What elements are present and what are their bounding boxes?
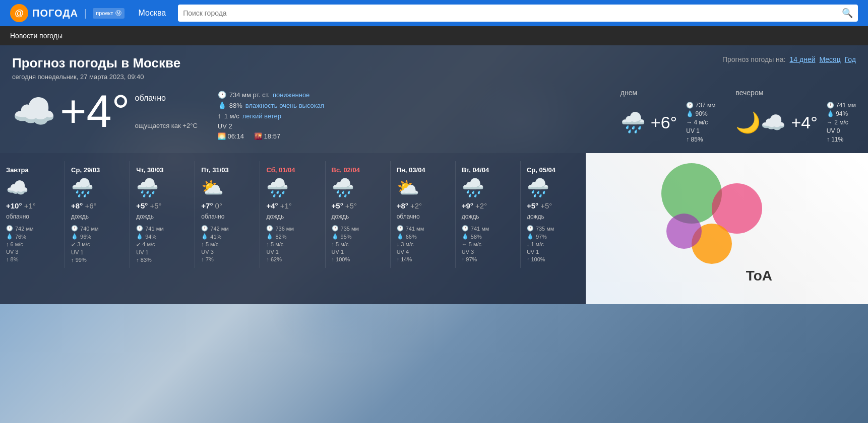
fc-condition: облачно [201, 213, 254, 220]
day-evening: днем 🌧️ +6° 🕐 737 мм 💧 90% → 4 м/с UV 1 … [621, 89, 856, 143]
fc-humidity-icon: 💧 [332, 233, 339, 240]
fc-condition: дождь [266, 213, 319, 220]
daytime-precip: ↑ 85% [686, 136, 715, 143]
fc-icon: 🌧️ [136, 177, 189, 198]
fc-humidity-icon: 💧 [266, 233, 273, 240]
fc-humidity-icon: 💧 [71, 233, 78, 240]
fc-details: 🕐 742 мм 💧 41% ↑ 5 м/с UV 3 ↑ 7% [201, 225, 254, 262]
fc-precip-row: ↑ 99% [71, 257, 123, 263]
fc-wind-row: ↑ 5 м/с [201, 241, 254, 247]
forecast-day-3[interactable]: Пт, 31/03 ⛅ +7° 0° облачно 🕐 742 мм 💧 41… [195, 161, 260, 268]
evening-wind: → 2 м/с [827, 119, 856, 126]
fc-condition: дождь [462, 213, 514, 220]
humidity-icon: 💧 [218, 101, 226, 109]
fc-humidity-icon: 💧 [527, 233, 534, 240]
fc-humidity-row: 💧 66% [397, 233, 449, 240]
fc-humidity-row: 💧 95% [332, 233, 384, 240]
fc-pressure-icon: 🕐 [201, 225, 208, 232]
news-bar-label: Новости погоды [10, 32, 63, 40]
fc-humidity-icon: 💧 [136, 233, 143, 240]
fc-humidity-icon: 💧 [397, 233, 404, 240]
evening-uv: UV 0 [827, 127, 856, 134]
fc-uv-row: UV 3 [462, 249, 514, 255]
fc-pressure-icon: 🕐 [462, 225, 469, 232]
uv-row: UV 2 [218, 122, 359, 130]
logo-icon: @ [10, 4, 28, 22]
city-selector[interactable]: Москва [139, 9, 166, 18]
fc-humidity-icon: 💧 [462, 233, 469, 240]
fc-details: 🕐 741 мм 💧 58% ← 5 м/с UV 3 ↑ 97% [462, 225, 514, 262]
fc-humidity-row: 💧 82% [266, 233, 319, 240]
humidity-row: 💧 88% влажность очень высокая [218, 101, 359, 109]
search-button[interactable]: 🔍 [842, 8, 853, 19]
fc-condition: дождь [136, 213, 189, 220]
forecast-day-7[interactable]: Вт, 04/04 🌧️ +9° +2° дождь 🕐 741 мм 💧 58… [456, 161, 521, 268]
fc-pressure-row: 🕐 741 мм [462, 225, 514, 232]
fc-day-label: Завтра [6, 166, 58, 174]
fc-wind-row: ↙ 3 м/с [71, 241, 123, 248]
search-input[interactable] [183, 9, 842, 17]
evening-main: 🌙☁️ +4° 🕐 741 мм 💧 94% → 2 м/с UV 0 ↑ 11… [735, 102, 856, 143]
pressure-row: 🕐 734 мм рт. ст. пониженное [218, 91, 359, 99]
fc-details: 🕐 740 мм 💧 96% ↙ 3 м/с UV 1 ↑ 99% [71, 225, 123, 263]
today-panel: Прогноз погоды в Москве сегодня понедель… [0, 45, 868, 153]
fc-pressure-row: 🕐 735 мм [527, 225, 580, 232]
fc-wind-row: ← 5 м/с [462, 241, 514, 247]
vk-icon: Ⓜ [115, 9, 121, 18]
link-year[interactable]: Год [845, 55, 856, 63]
fc-temps: +7° 0° [201, 201, 254, 210]
evening-precip: ↑ 11% [827, 136, 856, 143]
current-temp: +4° [60, 89, 130, 134]
fc-temps: +4° +1° [266, 201, 319, 210]
fc-uv-row: UV 1 [332, 249, 384, 255]
daytime-icon: 🌧️ [621, 111, 646, 134]
fc-precip-row: ↑ 14% [397, 256, 449, 262]
forecast-day-1[interactable]: Ср, 29/03 🌧️ +8° +6° дождь 🕐 740 мм 💧 96… [65, 161, 130, 268]
fc-pressure-row: 🕐 740 мм [71, 225, 123, 232]
fc-wind-row: ↙ 4 м/с [136, 241, 189, 248]
fc-pressure-row: 🕐 741 мм [136, 225, 189, 232]
forecast-grid: Завтра ☁️ +10° +1° облачно 🕐 742 мм 💧 76… [0, 161, 586, 268]
fc-day-label: Сб, 01/04 [266, 166, 319, 174]
forecast-day-0[interactable]: Завтра ☁️ +10° +1° облачно 🕐 742 мм 💧 76… [0, 161, 65, 268]
fc-day-label: Чт, 30/03 [136, 166, 189, 174]
forecast-day-4[interactable]: Сб, 01/04 🌧️ +4° +1° дождь 🕐 736 мм 💧 82… [260, 161, 325, 268]
fc-temps: +5° +5° [136, 201, 189, 210]
header: @ ПОГОДА | проект Ⓜ Москва 🔍 [0, 0, 868, 26]
wind-icon: ↑ [218, 112, 221, 120]
forecast-day-2[interactable]: Чт, 30/03 🌧️ +5° +5° дождь 🕐 741 мм 💧 94… [130, 161, 195, 268]
pressure-label: пониженное [273, 91, 309, 99]
link-month[interactable]: Месяц [819, 55, 840, 63]
fc-humidity-icon: 💧 [201, 233, 208, 240]
fc-day-label: Пт, 31/03 [201, 166, 254, 174]
fc-icon: 🌧️ [332, 177, 384, 198]
fc-icon: ⛅ [397, 177, 449, 198]
wind-value: 1 м/с [224, 112, 239, 120]
search-bar: 🔍 [178, 5, 858, 22]
forecast-day-6[interactable]: Пн, 03/04 ⛅ +8° +2° облачно 🕐 741 мм 💧 6… [391, 161, 456, 268]
logo-divider: | [84, 8, 87, 19]
fc-wind-row: ↑ 6 м/с [6, 241, 58, 247]
fc-uv-row: UV 1 [136, 249, 189, 255]
fc-precip-row: ↑ 62% [266, 256, 319, 262]
link-14-days[interactable]: 14 дней [790, 55, 816, 63]
sunrise-val: 🌅 06:14 [218, 132, 244, 140]
fc-temps: +8° +2° [397, 201, 449, 210]
fc-wind-row: ↑ 5 м/с [332, 241, 384, 247]
fc-pressure-icon: 🕐 [527, 225, 534, 232]
evening-temp: +4° [791, 113, 817, 132]
fc-condition: дождь [71, 213, 123, 220]
fc-temps: +9° +2° [462, 201, 514, 210]
fc-precip-row: ↑ 8% [6, 256, 58, 262]
daytime-uv: UV 1 [686, 127, 715, 134]
forecast-day-8[interactable]: Ср, 05/04 🌧️ +5° +5° дождь 🕐 735 мм 💧 97… [521, 161, 586, 268]
fc-humidity-icon: 💧 [6, 233, 13, 240]
logo-text: ПОГОДА [32, 8, 78, 19]
fc-details: 🕐 736 мм 💧 82% ↑ 5 м/с UV 1 ↑ 62% [266, 225, 319, 262]
fc-pressure-icon: 🕐 [266, 225, 273, 232]
fc-icon: 🌧️ [71, 177, 123, 198]
forecast-day-5[interactable]: Вс, 02/04 🌧️ +5° +5° дождь 🕐 735 мм 💧 95… [326, 161, 391, 268]
fc-wind-row: ↑ 5 м/с [266, 241, 319, 247]
forecast-label: Прогноз погоды на: [722, 55, 786, 63]
fc-wind-row: ↓ 1 м/с [527, 241, 580, 247]
